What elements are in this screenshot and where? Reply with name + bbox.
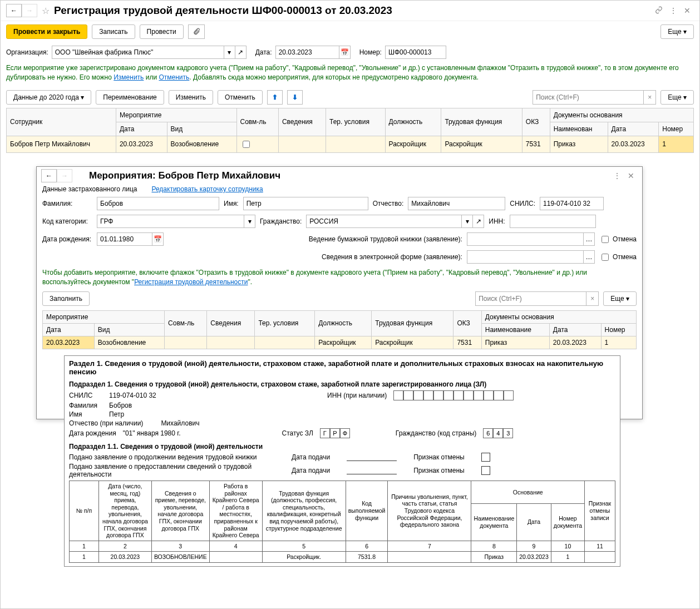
dialog-title: Мероприятия: Бобров Петр Михайлович [89, 170, 610, 181]
dialog-events-table: Мероприятие Совм-ль Сведения Тер. услови… [42, 310, 637, 349]
search-clear-button[interactable]: × [644, 90, 656, 105]
insured-label: Данные застрахованного лица [42, 185, 137, 193]
info-text: Если мероприятие уже зарегистрировано до… [1, 62, 699, 87]
paper-select[interactable]: … [584, 232, 595, 246]
date-calendar[interactable]: 📅 [339, 46, 351, 59]
header-bar: ← → ☆ Регистрация трудовой деятельности … [1, 1, 699, 21]
col-conditions: Тер. условия [326, 108, 385, 136]
col-date: Дата [116, 122, 167, 136]
attach-button[interactable] [188, 24, 205, 39]
electronic-cancel-checkbox[interactable] [602, 254, 609, 261]
citizenship-input[interactable] [306, 215, 462, 228]
dob-calendar[interactable]: 📅 [152, 232, 164, 246]
paper-input[interactable] [467, 232, 584, 246]
combine-checkbox[interactable] [243, 141, 250, 148]
change-link[interactable]: Изменить [114, 73, 144, 81]
citizen-open[interactable]: ↗ [473, 215, 484, 228]
col-info: Сведения [278, 108, 326, 136]
cancel-link[interactable]: Отменить [159, 73, 189, 81]
reg-doc-link[interactable]: Регистрация трудовой деятельности [134, 278, 248, 286]
dialog-search-input[interactable] [475, 291, 586, 306]
sub11-title: Подраздел 1.1. Сведения о трудовой (иной… [69, 443, 615, 450]
patronymic-input[interactable] [408, 197, 505, 210]
paper-cancel-checkbox[interactable] [602, 236, 609, 243]
section1-title: Раздел 1. Сведения о трудовой (иной) дея… [69, 359, 615, 376]
number-input[interactable] [385, 46, 446, 59]
table-row[interactable]: 20.03.2023 Возобновление Раскройщик Раск… [43, 336, 637, 349]
write-button[interactable]: Записать [92, 24, 135, 39]
fill-button[interactable]: Заполнить [42, 291, 90, 306]
back-button[interactable]: ← [6, 4, 22, 17]
submit-close-button[interactable]: Провести и закрыть [6, 24, 87, 39]
edit-employee-link[interactable]: Редактировать карточку сотрудника [151, 185, 263, 193]
dialog-back-button[interactable]: ← [41, 169, 57, 182]
surname-input[interactable] [97, 197, 219, 210]
dialog-search-clear[interactable]: × [586, 291, 599, 306]
col-kind: Вид [167, 122, 236, 136]
sub1-title: Подраздел 1. Сведения о трудовой (иной) … [69, 380, 615, 388]
menu-icon[interactable]: ⋮ [669, 6, 677, 15]
category-input[interactable] [97, 215, 244, 228]
grid-toolbar: Данные до 2020 года ▾ Переименование Изм… [1, 87, 699, 108]
citizen-dropdown[interactable]: ▾ [462, 215, 473, 228]
events-table: Сотрудник Мероприятие Совм-ль Сведения Т… [6, 108, 694, 153]
more-button[interactable]: Еще ▾ [660, 24, 694, 39]
dialog-close-icon[interactable]: ✕ [628, 171, 634, 180]
electronic-select[interactable]: … [584, 250, 595, 264]
report-data-table: № п/п Дата (число, месяц, год) приема, п… [69, 481, 615, 563]
col-position: Должность [385, 108, 441, 136]
change-button[interactable]: Изменить [169, 90, 213, 105]
category-dropdown[interactable]: ▾ [244, 215, 255, 228]
table-row[interactable]: Бобров Петр Михайлович 20.03.2023 Возобн… [7, 136, 694, 152]
main-toolbar: Провести и закрыть Записать Провести Еще… [1, 21, 699, 42]
snils-input[interactable] [540, 197, 604, 210]
forward-button[interactable]: → [22, 4, 37, 17]
org-dropdown[interactable]: ▾ [224, 46, 235, 59]
star-icon[interactable]: ☆ [42, 6, 50, 16]
submit-button[interactable]: Провести [140, 24, 184, 39]
electronic-input[interactable] [467, 250, 584, 264]
dialog-forward-button[interactable]: → [57, 169, 72, 182]
col-event: Мероприятие [116, 108, 236, 122]
dob-input[interactable] [97, 232, 152, 246]
status-boxes: Г Р Ф [320, 428, 350, 438]
move-down-button[interactable]: ⬇ [287, 90, 303, 105]
cancel-button[interactable]: Отменить [218, 90, 263, 105]
org-input[interactable] [52, 46, 224, 59]
move-up-button[interactable]: ⬆ [267, 90, 283, 105]
citizen-boxes: 6 4 3 [483, 428, 513, 438]
col-function: Трудовая функция [441, 108, 522, 136]
grid-search-input[interactable] [533, 90, 644, 105]
org-open[interactable]: ↗ [235, 46, 247, 59]
table-row: 1 20.03.2023 ВОЗОБНОВЛЕНИЕ Раскройщик. 7… [70, 552, 615, 563]
col-docs: Документы основания [550, 108, 693, 122]
col-doc-date: Дата [608, 122, 659, 136]
inn-input[interactable] [510, 215, 596, 228]
date-input[interactable] [275, 46, 339, 59]
report-panel: Раздел 1. Сведения о трудовой (иной) дея… [64, 355, 620, 567]
dialog-menu-icon[interactable]: ⋮ [613, 171, 621, 180]
col-combine: Совм-ль [236, 108, 278, 136]
col-doc-name: Наименован [550, 122, 608, 136]
col-okz: ОКЗ [522, 108, 550, 136]
rename-button[interactable]: Переименование [96, 90, 164, 105]
close-icon[interactable]: ✕ [684, 6, 691, 15]
link-icon[interactable] [655, 6, 663, 16]
number-label: Номер: [359, 48, 382, 56]
firstname-input[interactable] [243, 197, 368, 210]
dialog-more-button[interactable]: Еще ▾ [603, 291, 637, 306]
col-employee: Сотрудник [7, 108, 116, 136]
grid-more-button[interactable]: Еще ▾ [660, 90, 694, 105]
form-line: Организация: ▾ ↗ Дата: 📅 Номер: [1, 42, 699, 62]
data-before-button[interactable]: Данные до 2020 года ▾ [6, 90, 91, 105]
date-label: Дата: [255, 48, 272, 56]
org-label: Организация: [6, 48, 48, 56]
col-doc-num: Номер [659, 122, 694, 136]
window-title: Регистрация трудовой деятельности ШФ00-0… [54, 4, 652, 17]
inn-boxes [393, 390, 514, 400]
